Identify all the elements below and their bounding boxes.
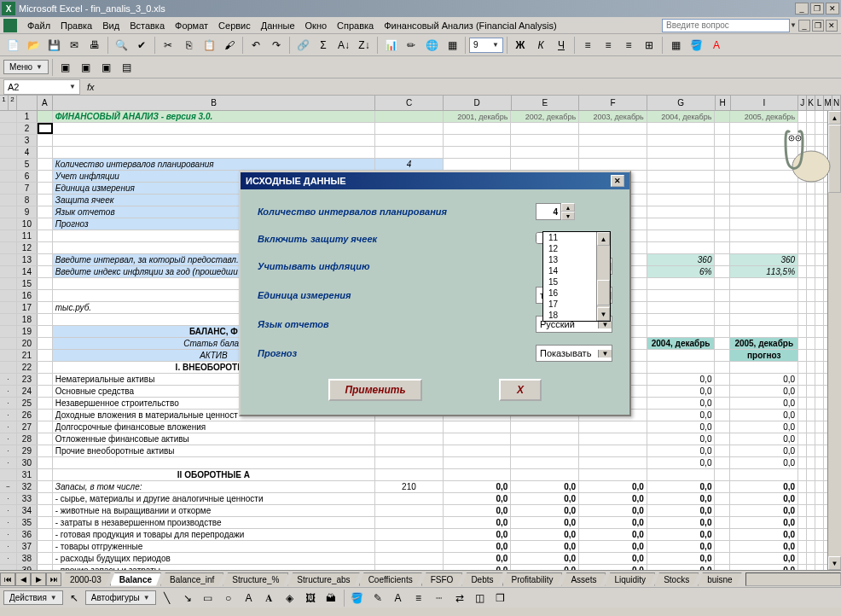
cell[interactable] bbox=[807, 481, 815, 492]
cell[interactable]: 0,0 bbox=[647, 398, 716, 409]
cell[interactable] bbox=[807, 421, 815, 433]
cell[interactable] bbox=[807, 517, 815, 528]
cell[interactable] bbox=[798, 362, 807, 373]
cell[interactable] bbox=[807, 398, 815, 409]
cell[interactable] bbox=[815, 493, 824, 504]
tab-first-icon[interactable]: ⏮ bbox=[0, 572, 15, 586]
cell[interactable] bbox=[647, 218, 716, 230]
custom-btn-4[interactable]: ▤ bbox=[118, 58, 136, 77]
cell[interactable] bbox=[38, 386, 53, 397]
autosum-icon[interactable]: Σ bbox=[314, 36, 333, 55]
cell[interactable] bbox=[647, 171, 716, 182]
cell[interactable] bbox=[715, 553, 730, 564]
dropdown-item[interactable]: 17 bbox=[543, 299, 596, 310]
cell[interactable] bbox=[730, 278, 798, 289]
cell[interactable] bbox=[715, 541, 730, 552]
cell[interactable] bbox=[38, 469, 53, 480]
line-icon[interactable]: ╲ bbox=[158, 589, 177, 607]
open-icon[interactable]: 📂 bbox=[24, 36, 43, 55]
cell[interactable] bbox=[38, 218, 53, 230]
arrow-icon[interactable]: ↘ bbox=[178, 589, 197, 607]
cell[interactable]: 0,0 bbox=[730, 386, 798, 397]
col-L[interactable]: L bbox=[815, 96, 824, 110]
grid-row[interactable]: ·36- готовая продукция и товары для пере… bbox=[0, 529, 841, 541]
col-M[interactable]: M bbox=[824, 96, 832, 110]
cell[interactable] bbox=[807, 195, 815, 206]
custom-btn-3[interactable]: ▣ bbox=[97, 58, 116, 77]
cell[interactable]: 0,0 bbox=[444, 565, 512, 570]
menu-dropdown[interactable]: Меню▼ bbox=[3, 60, 49, 74]
borders-icon[interactable]: ▦ bbox=[666, 36, 685, 55]
cell[interactable]: 0,0 bbox=[730, 445, 798, 456]
cell[interactable] bbox=[798, 242, 807, 253]
cell[interactable] bbox=[38, 183, 53, 194]
cell[interactable]: 210 bbox=[375, 481, 444, 492]
cell[interactable] bbox=[815, 111, 824, 122]
cell[interactable]: 0,0 bbox=[444, 541, 512, 552]
cell[interactable]: 0,0 bbox=[444, 481, 512, 492]
dropdown-item[interactable]: 13 bbox=[543, 254, 596, 265]
cell[interactable] bbox=[715, 254, 730, 265]
cell[interactable] bbox=[807, 457, 815, 468]
horizontal-scrollbar[interactable] bbox=[745, 572, 841, 586]
cell[interactable] bbox=[798, 493, 807, 504]
cell[interactable] bbox=[807, 410, 815, 421]
cell[interactable] bbox=[815, 410, 824, 421]
cell[interactable]: 2005, декабрь bbox=[730, 338, 798, 349]
cell[interactable] bbox=[375, 505, 444, 516]
cell[interactable] bbox=[730, 183, 798, 194]
cell[interactable] bbox=[53, 457, 375, 468]
cell[interactable] bbox=[798, 481, 807, 492]
cell[interactable] bbox=[815, 290, 824, 301]
cell[interactable] bbox=[715, 111, 730, 122]
format-painter-icon[interactable]: 🖌 bbox=[220, 36, 239, 55]
font-size-input[interactable]: 9▼ bbox=[469, 38, 503, 53]
cell[interactable] bbox=[807, 302, 815, 313]
cell[interactable] bbox=[647, 159, 716, 170]
cell[interactable] bbox=[807, 171, 815, 182]
cell[interactable]: 2004, декабрь bbox=[647, 111, 716, 122]
cell[interactable] bbox=[807, 111, 815, 122]
cell[interactable] bbox=[511, 123, 579, 134]
spin-up-icon[interactable]: ▲ bbox=[561, 203, 575, 212]
cell[interactable] bbox=[798, 565, 807, 570]
actions-menu[interactable]: Действия▼ bbox=[3, 590, 63, 605]
select-objects-icon[interactable]: ↖ bbox=[65, 589, 84, 607]
cell[interactable] bbox=[715, 386, 730, 397]
cell[interactable] bbox=[807, 159, 815, 170]
sort-desc-icon[interactable]: Z↓ bbox=[355, 36, 374, 55]
cell[interactable] bbox=[579, 469, 647, 480]
cell[interactable]: 0,0 bbox=[511, 529, 579, 540]
cell[interactable] bbox=[807, 278, 815, 289]
mail-icon[interactable]: ✉ bbox=[65, 36, 84, 55]
intervals-input[interactable] bbox=[536, 203, 561, 220]
undo-icon[interactable]: ↶ bbox=[246, 36, 265, 55]
cell[interactable]: 0,0 bbox=[730, 410, 798, 421]
cell[interactable] bbox=[815, 302, 824, 313]
cell[interactable] bbox=[444, 445, 512, 456]
cell[interactable]: 0,0 bbox=[647, 410, 716, 421]
grid-row[interactable]: 4 bbox=[0, 147, 841, 159]
cell[interactable] bbox=[38, 445, 53, 456]
cell[interactable] bbox=[798, 218, 807, 230]
picture-icon[interactable]: 🏔 bbox=[322, 589, 340, 607]
cell[interactable] bbox=[375, 553, 444, 564]
cell[interactable] bbox=[730, 123, 798, 134]
cell[interactable] bbox=[715, 278, 730, 289]
cell[interactable] bbox=[579, 457, 647, 468]
cell[interactable] bbox=[647, 290, 716, 301]
cell[interactable] bbox=[798, 230, 807, 241]
cell[interactable] bbox=[715, 159, 730, 170]
cell[interactable]: 0,0 bbox=[647, 553, 716, 564]
cell[interactable] bbox=[815, 242, 824, 253]
scroll-up-icon[interactable]: ▲ bbox=[828, 111, 841, 125]
cell[interactable] bbox=[38, 266, 53, 277]
arrow-style-icon[interactable]: ⇄ bbox=[450, 589, 469, 607]
cell[interactable]: 0,0 bbox=[647, 445, 716, 456]
cell[interactable] bbox=[647, 278, 716, 289]
cell[interactable] bbox=[730, 302, 798, 313]
cell[interactable]: 6% bbox=[647, 266, 716, 277]
cell[interactable] bbox=[579, 159, 647, 170]
cell[interactable] bbox=[730, 206, 798, 218]
cell[interactable]: 0,0 bbox=[511, 565, 579, 570]
